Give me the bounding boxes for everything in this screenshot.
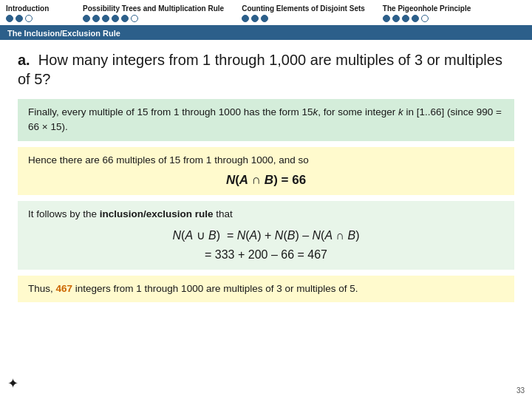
dot xyxy=(92,15,100,22)
dot xyxy=(121,15,129,22)
dot xyxy=(25,15,33,22)
dot xyxy=(383,15,390,22)
nav-title-introduction: Introduction xyxy=(6,4,65,13)
dot xyxy=(83,15,90,22)
dot xyxy=(16,15,23,22)
page-number: 33 xyxy=(516,386,525,395)
box-hence-line2: N(A ∩ B) = 66 xyxy=(28,171,504,190)
dot xyxy=(242,15,249,22)
dot xyxy=(251,15,259,22)
nav-title-possibility: Possibility Trees and Multiplication Rul… xyxy=(83,4,224,13)
dot xyxy=(102,15,109,22)
dot xyxy=(131,15,138,22)
question-text: How many integers from 1 through 1,000 a… xyxy=(18,52,502,87)
nav-section-counting: Counting Elements of Disjoint Sets xyxy=(242,4,365,22)
box-finally: Finally, every multiple of 15 from 1 thr… xyxy=(18,99,514,141)
box-thus: Thus, 467 integers from 1 through 1000 a… xyxy=(18,276,514,302)
section-label: The Inclusion/Exclusion Rule xyxy=(0,27,532,40)
dot xyxy=(112,15,119,22)
dot xyxy=(392,15,400,22)
top-navigation: Introduction Possibility Trees and Multi… xyxy=(0,0,532,27)
itfollows-line3: = 333 + 200 – 66 = 467 xyxy=(28,246,504,264)
nav-section-introduction: Introduction xyxy=(6,4,65,22)
question-letter: a. xyxy=(18,52,30,68)
nav-dots-possibility xyxy=(83,15,224,22)
navigation-arrow[interactable]: ✦ xyxy=(7,375,18,392)
question: a. How many integers from 1 through 1,00… xyxy=(18,50,514,89)
nav-dots-introduction xyxy=(6,15,65,22)
dot xyxy=(6,15,13,22)
box-itfollows: It follows by the inclusion/exclusion ru… xyxy=(18,201,514,269)
box-hence-line1: Hence there are 66 multiples of 15 from … xyxy=(28,153,504,168)
nav-section-possibility: Possibility Trees and Multiplication Rul… xyxy=(83,4,224,22)
itfollows-line1: It follows by the inclusion/exclusion ru… xyxy=(28,207,504,222)
dot xyxy=(402,15,409,22)
dot xyxy=(421,15,429,22)
nav-section-pigeonhole: The Pigeonhole Principle xyxy=(383,4,471,22)
main-content: a. How many integers from 1 through 1,00… xyxy=(0,40,532,316)
nav-title-counting: Counting Elements of Disjoint Sets xyxy=(242,4,365,13)
dot xyxy=(412,15,419,22)
nav-title-pigeonhole: The Pigeonhole Principle xyxy=(383,4,471,13)
rule-label: inclusion/exclusion rule xyxy=(100,208,214,219)
nav-dots-pigeonhole xyxy=(383,15,471,22)
dot xyxy=(261,15,268,22)
answer-highlight: 467 xyxy=(56,283,73,294)
itfollows-line2: N(A ∪ B) = N(A) + N(B) – N(A ∩ B) xyxy=(28,227,504,245)
box-hence: Hence there are 66 multiples of 15 from … xyxy=(18,147,514,196)
nav-dots-counting xyxy=(242,15,365,22)
